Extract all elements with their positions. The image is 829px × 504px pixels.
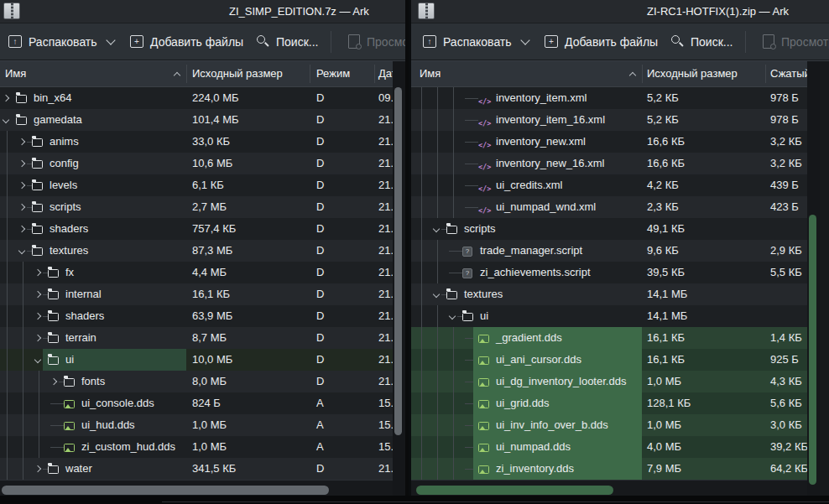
tree-guide-line — [23, 305, 23, 327]
file-name: zi_inventory.dds — [496, 458, 574, 480]
table-row[interactable]: fx4,4 МБD21. — [0, 262, 393, 283]
table-row[interactable]: textures87,3 МБD21. — [0, 240, 393, 262]
toolbar-separator — [745, 31, 746, 53]
table-row[interactable]: inventory_item.xml5,2 КБ978 Б — [409, 87, 807, 109]
table-row[interactable]: scripts2,7 МБD21. — [0, 196, 393, 218]
expander-chevron-icon[interactable] — [34, 313, 41, 320]
table-row[interactable]: water341,5 КБD21. — [0, 458, 393, 480]
table-row[interactable]: gamedata101,4 МБD21. — [0, 109, 393, 131]
file-name: zi_achievements.script — [480, 262, 591, 283]
expander-chevron-icon[interactable] — [34, 356, 41, 363]
table-row[interactable]: levels6,1 КБD21. — [0, 174, 393, 196]
table-row[interactable]: zi_achievements.script39,5 КБ5,5 КБ — [409, 262, 807, 283]
table-row[interactable]: ui_numpad.dds4,0 МБ39,2 КБ — [409, 436, 807, 458]
table-row[interactable]: ui_ani_cursor.dds16,1 КБ925 Б — [409, 349, 807, 371]
folder-icon — [32, 182, 43, 190]
table-row[interactable]: shaders63,9 МБD21. — [0, 305, 393, 327]
column-header[interactable]: Имя — [420, 61, 441, 86]
table-row[interactable]: ui_hud.dds1,0 МБA15. — [0, 414, 393, 436]
table-row[interactable]: inventory_item_16.xml5,2 КБ978 Б — [409, 109, 807, 131]
file-mode: D — [316, 458, 324, 480]
column-header[interactable]: Режим — [316, 61, 350, 86]
table-row[interactable]: anims33,0 КБD21. — [0, 131, 393, 153]
expander-chevron-icon[interactable] — [34, 335, 41, 341]
table-row[interactable]: textures14,1 МБ — [409, 283, 807, 305]
file-size: 5,2 КБ — [647, 109, 679, 131]
expander-chevron-icon[interactable] — [18, 204, 25, 210]
file-compressed: 423 Б — [770, 196, 799, 218]
table-row[interactable]: internal16,1 КБD21. — [0, 283, 393, 305]
add-files-icon: + — [545, 35, 558, 48]
toolbar: ↑ Распаковать + Добавить файлы Поиск... … — [0, 23, 405, 60]
table-row[interactable]: ui_grid.dds128,1 КБ5,6 КБ — [409, 392, 807, 414]
extract-button[interactable]: ↑ Распаковать — [423, 23, 529, 60]
chevron-down-icon[interactable] — [520, 35, 529, 44]
expander-chevron-icon[interactable] — [433, 226, 440, 232]
tree-guide-line — [39, 392, 39, 414]
table-row[interactable]: zi_custom_hud.dds1,0 МБA15. — [0, 436, 393, 458]
vertical-scrollbar[interactable] — [394, 87, 402, 435]
table-row[interactable]: inventory_new_16.xml16,6 КБ3,2 КБ — [409, 153, 807, 174]
table-row[interactable]: zi_inventory.dds7,9 МБ64,2 КБ — [409, 458, 807, 480]
search-icon — [671, 35, 684, 48]
expander-chevron-icon[interactable] — [18, 182, 25, 189]
file-name: ui_dg_inventory_looter.dds — [496, 371, 626, 392]
add-files-button[interactable]: + Добавить файлы — [130, 23, 243, 60]
expander-chevron-icon[interactable] — [50, 378, 57, 385]
vertical-scrollbar[interactable] — [809, 215, 816, 485]
table-row[interactable]: fonts8,0 МБD21. — [0, 371, 393, 392]
table-row[interactable]: inventory_new.xml16,6 КБ3,2 КБ — [409, 131, 807, 153]
window-title: ZI-RC1-HOTFIX(1).zip — Ark — [647, 0, 789, 23]
table-row[interactable]: ui10,0 МБD21. — [0, 349, 393, 371]
expander-chevron-icon[interactable] — [18, 160, 25, 167]
extract-label: Распаковать — [443, 35, 512, 49]
expander-chevron-icon[interactable] — [34, 291, 41, 298]
table-row[interactable]: bin_x64224,0 МБD09. — [0, 87, 393, 109]
add-files-label: Добавить файлы — [150, 35, 243, 49]
column-header[interactable]: Имя — [5, 61, 26, 86]
expander-chevron-icon[interactable] — [3, 117, 9, 123]
image-icon — [64, 400, 75, 408]
table-row[interactable]: ui_dg_inventory_looter.dds1,0 МБ4,3 КБ — [409, 371, 807, 392]
file-size: 14,1 МБ — [647, 283, 687, 305]
chevron-down-icon[interactable] — [106, 35, 115, 44]
extract-button[interactable]: ↑ Распаковать — [8, 23, 114, 60]
table-row[interactable]: ui14,1 МБ — [409, 305, 807, 327]
tree-guide-line — [437, 174, 438, 196]
titlebar[interactable]: ZI-RC1-HOTFIX(1).zip — Ark — [409, 0, 829, 23]
file-size: 757,4 КБ — [192, 218, 236, 240]
file-compressed: 64,2 КБ — [770, 458, 807, 480]
expander-chevron-icon[interactable] — [449, 313, 456, 320]
search-button[interactable]: Поиск... — [257, 23, 318, 60]
expander-chevron-icon[interactable] — [18, 138, 25, 145]
column-header[interactable]: Исходный размер — [192, 61, 283, 86]
horizontal-scrollbar[interactable] — [2, 486, 329, 495]
expander-chevron-icon[interactable] — [18, 226, 25, 232]
table-row[interactable]: scripts49,1 КБ — [409, 218, 807, 240]
table-row[interactable]: config10,6 МБD21. — [0, 153, 393, 174]
titlebar[interactable]: ZI_SIMP_EDITION.7z — Ark — [0, 0, 405, 23]
extract-archive-icon: ↑ — [423, 35, 436, 48]
table-row[interactable]: shaders757,4 КБD21. — [0, 218, 393, 240]
add-files-button[interactable]: + Добавить файлы — [545, 23, 658, 60]
table-row[interactable]: terrain8,7 МБD21. — [0, 327, 393, 349]
column-header[interactable]: Исходный размер — [647, 61, 738, 86]
expander-chevron-icon[interactable] — [34, 465, 41, 472]
table-row[interactable]: trade_manager.script9,6 КБ2,9 КБ — [409, 240, 807, 262]
expander-chevron-icon[interactable] — [433, 291, 440, 298]
tree-guide-line — [7, 153, 8, 174]
table-row[interactable]: ui_inv_info_over_b.dds1,0 МБ3,0 КБ — [409, 414, 807, 436]
table-row[interactable]: _gradient.dds16,1 КБ1,4 КБ — [409, 327, 807, 349]
table-row[interactable]: ui_credits.xml4,2 КБ439 Б — [409, 174, 807, 196]
tree-guide-line — [7, 414, 8, 436]
tree-guide-line — [23, 327, 23, 349]
expander-chevron-icon[interactable] — [18, 247, 25, 254]
search-button[interactable]: Поиск... — [671, 23, 733, 60]
horizontal-scrollbar[interactable] — [416, 486, 613, 495]
expander-chevron-icon[interactable] — [3, 95, 9, 101]
toolbar: ↑ Распаковать + Добавить файлы Поиск... … — [409, 23, 829, 60]
folder-icon — [48, 465, 59, 474]
table-row[interactable]: ui_console.dds824 БA15. — [0, 392, 393, 414]
table-row[interactable]: ui_numpad_wnd.xml2,3 КБ423 Б — [409, 196, 807, 218]
expander-chevron-icon[interactable] — [34, 269, 41, 276]
